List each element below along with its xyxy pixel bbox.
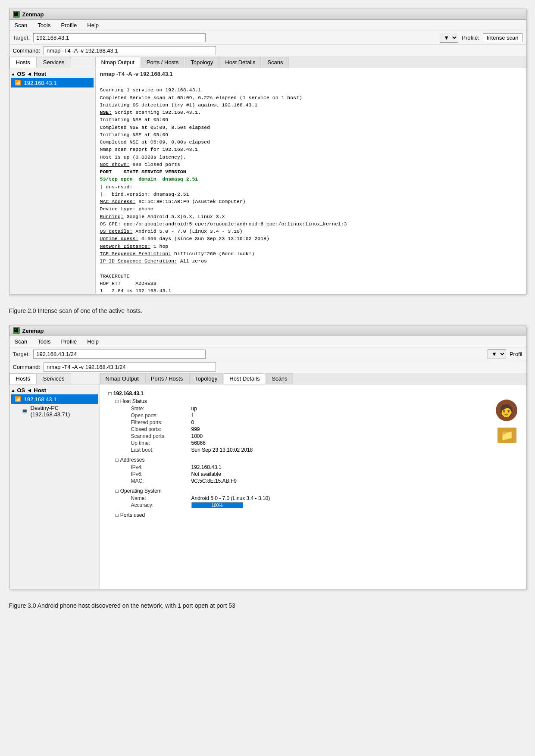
details-root-header[interactable]: □ 192.168.43.1 bbox=[109, 390, 517, 397]
left-panel-2: Hosts Services ▲ OS ◄ Host 📶 192.168.43.… bbox=[9, 373, 100, 589]
profile-value-1[interactable]: Intense scan bbox=[483, 33, 522, 42]
field-ipv4-key: IPv4: bbox=[131, 464, 191, 470]
left-panel-1: Hosts Services ▲ OS ◄ Host 📶 192.168.43.… bbox=[9, 57, 96, 294]
host-tree-header-text-1: OS ◄ Host bbox=[17, 71, 46, 77]
command-bar-1: Command: bbox=[9, 45, 526, 57]
profile-label-2: Profil bbox=[510, 351, 522, 357]
app-icon-2: 🖥 bbox=[13, 327, 20, 334]
addresses-label: Addresses bbox=[120, 457, 145, 463]
page-container: 🖥 Zenmap Scan Tools Profile Help Target:… bbox=[9, 9, 526, 609]
host-tree-2: ▲ OS ◄ Host 📶 192.168.43.1 💻 Destiny-PC … bbox=[9, 384, 100, 589]
details-root-ip: 192.168.43.1 bbox=[113, 390, 144, 397]
addresses-section: □ Addresses IPv4: 192.168.43.1 bbox=[109, 456, 517, 484]
right-tabs-2: Nmap Output Ports / Hosts Topology Host … bbox=[100, 373, 526, 384]
field-mac: MAC: 9C:5C:8E:15:AB:F9 bbox=[122, 478, 517, 484]
menu-help-1[interactable]: Help bbox=[85, 21, 100, 29]
field-os-name-value: Android 5.0 - 7.0 (Linux 3.4 - 3.10) bbox=[191, 495, 270, 501]
host-tree-header-1: ▲ OS ◄ Host bbox=[11, 70, 94, 78]
tab-services-2[interactable]: Services bbox=[37, 373, 71, 384]
right-tabs-1: Nmap Output Ports / Hosts Topology Host … bbox=[96, 57, 526, 68]
host-tree-1: ▲ OS ◄ Host 📶 192.168.43.1 bbox=[9, 68, 95, 294]
tree-arrow-1: ▲ bbox=[11, 72, 16, 76]
command-input-1[interactable] bbox=[44, 46, 216, 55]
target-toolbar-2: Target: ▼ Profil bbox=[9, 347, 526, 361]
field-filtered-value: 0 bbox=[191, 419, 194, 425]
field-filtered-key: Filtered ports: bbox=[131, 419, 191, 425]
menu-scan-2[interactable]: Scan bbox=[13, 337, 29, 346]
field-scanned-value: 1000 bbox=[191, 433, 203, 439]
host-status-header[interactable]: □ Host Status bbox=[116, 397, 517, 405]
menu-tools-2[interactable]: Tools bbox=[36, 337, 52, 346]
figure1-caption: Figure 2.0 Intense scan of one of the ac… bbox=[9, 307, 526, 314]
menu-tools-1[interactable]: Tools bbox=[36, 21, 52, 29]
window-1: 🖥 Zenmap Scan Tools Profile Help Target:… bbox=[9, 9, 526, 294]
field-state: State: up bbox=[122, 405, 517, 412]
profile-select-2[interactable]: ▼ bbox=[488, 349, 506, 359]
host-tree-header-2: ▲ OS ◄ Host bbox=[11, 386, 98, 394]
menu-scan-1[interactable]: Scan bbox=[13, 21, 29, 29]
field-scanned-ports: Scanned ports: 1000 bbox=[122, 433, 517, 440]
pc-icon: 💻 bbox=[22, 408, 28, 415]
target-label-2: Target: bbox=[13, 351, 30, 357]
right-tab-nmap-output-1[interactable]: Nmap Output bbox=[96, 57, 140, 68]
target-input-2[interactable] bbox=[33, 350, 206, 359]
target-toolbar-1: Target: ▼ Profile: Intense scan bbox=[9, 31, 526, 45]
command-input-2[interactable] bbox=[44, 362, 216, 372]
field-ipv6-key: IPv6: bbox=[131, 471, 191, 477]
right-tab-topology-1[interactable]: Topology bbox=[185, 57, 219, 68]
host-status-label: Host Status bbox=[120, 398, 147, 404]
tab-services-1[interactable]: Services bbox=[37, 57, 71, 68]
minus-icon-addr: □ bbox=[116, 457, 119, 463]
host-item-router[interactable]: 📶 192.168.43.1 bbox=[11, 394, 98, 404]
field-open-ports: Open ports: 1 bbox=[122, 412, 517, 419]
menu-help-2[interactable]: Help bbox=[85, 337, 100, 346]
addresses-fields: IPv4: 192.168.43.1 IPv6: Not available M… bbox=[116, 464, 517, 484]
host-details-content-2: 🧑 📁 □ 192.168.43.1 bbox=[100, 384, 526, 589]
right-tab-host-details-1[interactable]: Host Details bbox=[219, 57, 261, 68]
field-open-key: Open ports: bbox=[131, 412, 191, 419]
right-panel-2: Nmap Output Ports / Hosts Topology Host … bbox=[100, 373, 526, 589]
app-icon-1: 🖥 bbox=[13, 11, 20, 18]
field-open-value: 1 bbox=[191, 412, 194, 419]
router-icon: 📶 bbox=[15, 396, 22, 403]
field-ipv4: IPv4: 192.168.43.1 bbox=[122, 464, 517, 471]
host-item-1[interactable]: 📶 192.168.43.1 bbox=[11, 78, 94, 87]
os-label: Operating System bbox=[120, 488, 162, 494]
host-item-pc[interactable]: 💻 Destiny-PC (192.168.43.71) bbox=[11, 404, 98, 419]
profile-select-1[interactable]: ▼ bbox=[440, 33, 458, 43]
target-input-1[interactable] bbox=[33, 33, 206, 42]
field-ipv4-value: 192.168.43.1 bbox=[191, 464, 222, 470]
main-area-1: Hosts Services ▲ OS ◄ Host 📶 192.168.43.… bbox=[9, 57, 526, 294]
command-label-2: Command: bbox=[13, 364, 41, 370]
os-header[interactable]: □ Operating System bbox=[116, 487, 517, 495]
tree-arrow-2: ▲ bbox=[11, 388, 16, 393]
window-title-2: Zenmap bbox=[22, 328, 44, 334]
command-bar-2: Command: bbox=[9, 361, 526, 373]
ports-used-header[interactable]: □ Ports used bbox=[116, 511, 517, 519]
window-title-1: Zenmap bbox=[22, 11, 44, 18]
menu-profile-2[interactable]: Profile bbox=[59, 337, 79, 346]
field-accuracy: Accuracy: 100% bbox=[122, 502, 517, 509]
field-scanned-key: Scanned ports: bbox=[131, 433, 191, 439]
right-tab-scans-1[interactable]: Scans bbox=[262, 57, 288, 68]
nmap-output-text-1: Scanning 1 service on 192.168.43.1 Compl… bbox=[100, 79, 522, 294]
addresses-header[interactable]: □ Addresses bbox=[116, 456, 517, 464]
right-tab-host-details-2[interactable]: Host Details bbox=[224, 373, 265, 384]
field-accuracy-key: Accuracy: bbox=[131, 502, 191, 508]
field-closed-ports: Closed ports: 999 bbox=[122, 426, 517, 433]
field-state-key: State: bbox=[131, 406, 191, 412]
right-panel-1: Nmap Output Ports / Hosts Topology Host … bbox=[96, 57, 526, 294]
right-tab-ports-2[interactable]: Ports / Hosts bbox=[145, 373, 188, 384]
tab-hosts-1[interactable]: Hosts bbox=[9, 57, 37, 68]
right-tab-ports-1[interactable]: Ports / Hosts bbox=[141, 57, 184, 68]
right-tab-scans-2[interactable]: Scans bbox=[266, 373, 293, 384]
accuracy-value: 100% bbox=[212, 503, 223, 508]
os-section: □ Operating System Name: Android 5.0 - 7… bbox=[109, 487, 517, 509]
field-ipv6: IPv6: Not available bbox=[122, 471, 517, 478]
field-os-name: Name: Android 5.0 - 7.0 (Linux 3.4 - 3.1… bbox=[122, 495, 517, 502]
menu-profile-1[interactable]: Profile bbox=[59, 21, 79, 29]
right-tab-topology-2[interactable]: Topology bbox=[189, 373, 223, 384]
right-tab-nmap-output-2[interactable]: Nmap Output bbox=[100, 373, 144, 384]
tab-hosts-2[interactable]: Hosts bbox=[9, 373, 37, 384]
menubar-2: Scan Tools Profile Help bbox=[9, 336, 526, 347]
